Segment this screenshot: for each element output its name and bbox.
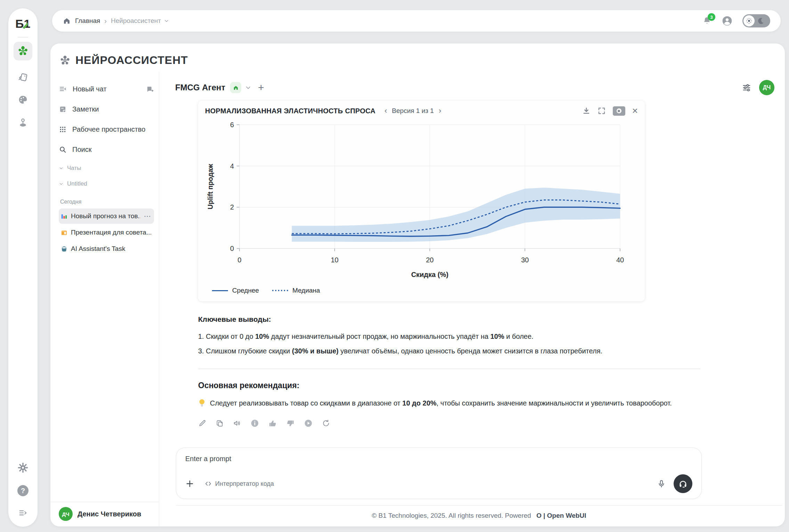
avatar: ДЧ <box>59 507 73 521</box>
molecule-icon <box>17 46 29 57</box>
info-icon[interactable] <box>250 419 259 428</box>
sidebar-item-label: Заметки <box>72 105 154 113</box>
sidebar-item-notes[interactable]: Заметки <box>59 101 154 117</box>
agent-home-badge <box>230 82 241 93</box>
legend-line-dotted <box>272 290 288 291</box>
regenerate-icon[interactable] <box>322 419 330 427</box>
chat-item-label: Презентация для совета... <box>71 229 151 236</box>
new-conversation-button[interactable]: + <box>258 82 264 93</box>
collapse-rail-button[interactable] <box>18 508 28 518</box>
app-rail: Б1 <box>8 8 38 527</box>
sun-icon <box>743 15 755 26</box>
sidebar-section-today: Сегодня <box>60 199 154 205</box>
agent-name[interactable]: FMCG Агент <box>175 83 225 92</box>
chat-header: FMCG Агент + ДЧ <box>159 72 785 99</box>
new-chat-icon[interactable] <box>146 85 154 93</box>
breadcrumb-home[interactable]: Главная <box>75 17 100 25</box>
sidebar-item-search[interactable]: Поиск <box>59 142 154 157</box>
message-actions <box>198 419 785 428</box>
download-icon[interactable] <box>582 107 591 115</box>
thumbs-down-icon[interactable] <box>286 419 295 428</box>
lightbulb-icon <box>198 399 206 408</box>
screenshot-icon[interactable] <box>613 106 625 116</box>
message-list: НОРМАЛИЗОВАННАЯ ЭЛАСТИЧНОСТЬ СПРОСА ‹ Ве… <box>159 99 785 442</box>
grid-icon <box>59 125 67 133</box>
account-button[interactable] <box>722 15 733 26</box>
notifications-button[interactable]: 3 <box>702 16 712 26</box>
sidebar-item-workspace[interactable]: Рабочее пространство <box>59 122 154 137</box>
search-icon <box>59 146 67 154</box>
chevron-down-icon <box>59 181 64 186</box>
theme-toggle[interactable] <box>742 14 770 27</box>
sidebar-group-chats[interactable]: Чаты <box>59 162 154 174</box>
attach-plus-icon[interactable] <box>185 479 194 488</box>
sidebar-group-untitled[interactable]: Untitled <box>59 178 154 190</box>
user-menu[interactable]: ДЧ Денис Четвериков <box>50 502 159 526</box>
sidebar-item-label: Поиск <box>72 146 154 154</box>
b1-logo[interactable]: Б1 <box>15 15 31 32</box>
teapot-icon <box>61 246 67 252</box>
rail-item-agents[interactable] <box>18 117 28 127</box>
svg-text:20: 20 <box>426 256 433 264</box>
close-icon[interactable]: × <box>632 106 638 116</box>
rail-item-tags[interactable] <box>18 72 28 83</box>
code-icon <box>205 480 212 487</box>
edit-icon[interactable] <box>198 419 206 427</box>
prompt-input[interactable] <box>185 455 692 467</box>
headphones-icon <box>678 479 688 489</box>
legend-item-mean: Среднее <box>212 287 259 294</box>
moon-icon <box>757 17 765 25</box>
svg-text:Б1: Б1 <box>15 17 30 30</box>
sidebar-toggle-icon <box>59 85 67 93</box>
version-prev-button[interactable]: ‹ <box>384 106 387 115</box>
more-menu-icon[interactable]: ⋯ <box>144 212 151 220</box>
rail-divider <box>18 37 28 38</box>
chat-list-item-forecast[interactable]: Новый прогноз на тов... ⋯ <box>59 208 154 224</box>
help-button[interactable]: ? <box>17 485 29 496</box>
version-next-button[interactable]: › <box>439 106 441 115</box>
read-aloud-icon[interactable] <box>233 419 241 427</box>
svg-text:Скидка (%): Скидка (%) <box>411 271 448 278</box>
chart-title: НОРМАЛИЗОВАННАЯ ЭЛАСТИЧНОСТЬ СПРОСА <box>205 107 375 115</box>
rail-item-neuroassistant[interactable] <box>14 42 32 60</box>
chat-list-item-ai-task[interactable]: AI Assistant's Task <box>59 241 154 256</box>
user-name: Денис Четвериков <box>78 510 141 518</box>
user-icon <box>722 15 733 26</box>
svg-text:0: 0 <box>230 245 234 252</box>
chat-area: FMCG Агент + ДЧ <box>159 72 785 526</box>
avatar[interactable]: ДЧ <box>759 80 774 95</box>
fullscreen-icon[interactable] <box>597 107 606 115</box>
gear-icon <box>17 462 29 473</box>
recommendation-text: Следует реализовывать товар со скидками … <box>210 398 672 408</box>
breadcrumb-current[interactable]: Нейроассистент <box>111 17 169 25</box>
chevron-right-icon: › <box>104 17 107 25</box>
rail-item-palette[interactable] <box>18 95 28 105</box>
chevron-down-icon[interactable] <box>245 84 252 91</box>
molecule-icon-gray <box>59 55 71 66</box>
chevron-down-icon <box>59 166 64 171</box>
chart-legend: Среднее Медиана <box>198 283 645 301</box>
sidebar: Новый чат Заметки <box>50 72 159 526</box>
legend-item-median: Медиана <box>272 287 320 294</box>
sidebar-item-label: Рабочее пространство <box>72 125 154 133</box>
code-interpreter-toggle[interactable]: Интерпретатор кода <box>205 480 274 488</box>
findings-title: Ключевые выводы: <box>198 315 785 324</box>
top-bar: Главная › Нейроассистент 3 <box>52 10 781 32</box>
breadcrumb: Главная › Нейроассистент <box>63 17 169 25</box>
app-header: НЕЙРОАССИСТЕНТ <box>50 43 785 72</box>
notification-badge: 3 <box>708 13 715 21</box>
svg-text:4: 4 <box>230 162 234 170</box>
sidebar-item-new-chat[interactable]: Новый чат <box>59 81 154 97</box>
voice-call-button[interactable] <box>674 474 692 493</box>
chat-list-item-presentation[interactable]: Презентация для совета... <box>59 225 154 240</box>
controls-icon[interactable] <box>742 83 751 92</box>
copy-icon[interactable] <box>215 419 224 427</box>
settings-button[interactable] <box>17 462 29 473</box>
palette-icon <box>18 95 28 105</box>
thumbs-up-icon[interactable] <box>268 419 277 428</box>
svg-text:40: 40 <box>616 256 624 264</box>
home-icon[interactable] <box>63 17 71 25</box>
continue-icon[interactable] <box>304 419 313 428</box>
microphone-icon[interactable] <box>657 479 666 488</box>
bar-chart-icon <box>61 213 67 220</box>
